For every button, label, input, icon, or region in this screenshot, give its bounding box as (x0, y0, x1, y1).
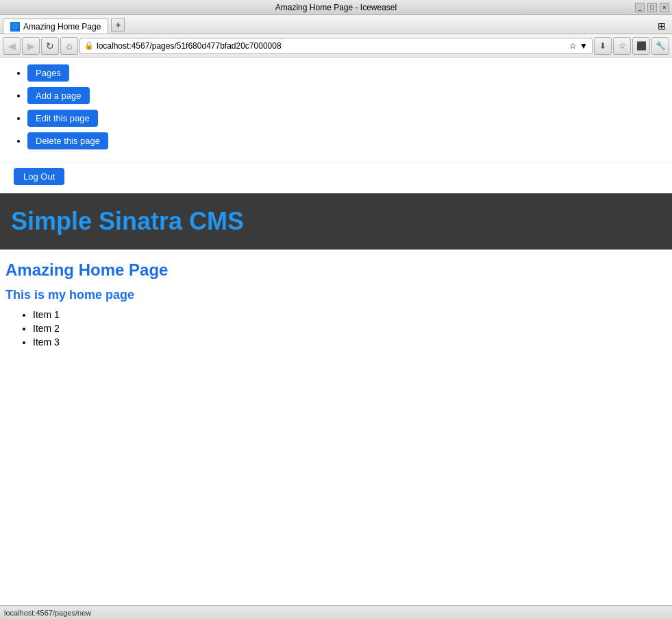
window-title: Amazing Home Page - Iceweasel (275, 3, 397, 12)
download-icon[interactable]: ⬇ (594, 37, 612, 55)
nav-item-pages: Pages (27, 64, 665, 82)
add-page-button[interactable]: Add a page (27, 87, 90, 104)
list-item: Item 3 (33, 337, 667, 348)
content-list: Item 1 Item 2 Item 3 (5, 309, 667, 348)
list-item: Item 1 (33, 309, 667, 320)
close-button[interactable]: × (660, 3, 669, 12)
reload-button[interactable]: ↻ (41, 37, 59, 55)
bookmark-icon: ☆ (569, 41, 577, 51)
nav-item-delete: Delete this page (27, 132, 665, 149)
logout-button[interactable]: Log Out (14, 168, 64, 185)
tools-icon[interactable]: 🔧 (651, 37, 669, 55)
delete-page-button[interactable]: Delete this page (27, 132, 108, 149)
cms-title: Simple Sinatra CMS (11, 207, 661, 236)
nav-item-add: Add a page (27, 87, 665, 104)
nav-right-buttons: ⬇ ☆ ⬛ 🔧 (594, 37, 669, 55)
nav-list: Pages Add a page Edit this page Delete t… (14, 64, 665, 149)
cms-header: Simple Sinatra CMS (0, 193, 672, 250)
nav-menu: Pages Add a page Edit this page Delete t… (0, 58, 672, 162)
url-text: localhost:4567/pages/51f680d477bfad20c70… (97, 41, 567, 51)
pages-button[interactable]: Pages (27, 64, 69, 82)
browser-content: Pages Add a page Edit this page Delete t… (0, 58, 672, 592)
home-button[interactable]: ⌂ (60, 37, 78, 55)
maximize-button[interactable]: □ (647, 3, 657, 12)
tab-label: Amazing Home Page (23, 22, 101, 32)
minimize-button[interactable]: _ (635, 3, 645, 12)
page-subtitle: This is my home page (5, 288, 667, 302)
bookmark-manager-icon[interactable]: ☆ (613, 37, 631, 55)
back-button[interactable]: ◀ (3, 37, 21, 55)
logout-area: Log Out (0, 162, 672, 193)
lock-icon: 🔒 (84, 41, 94, 50)
active-tab[interactable]: 🌐 Amazing Home Page (3, 19, 108, 34)
title-bar: Amazing Home Page - Iceweasel _ □ × (0, 0, 672, 15)
address-bar[interactable]: 🔒 localhost:4567/pages/51f680d477bfad20c… (79, 38, 593, 54)
edit-page-button[interactable]: Edit this page (27, 110, 98, 127)
window-controls: _ □ × (635, 3, 669, 12)
new-tab-button[interactable]: + (111, 18, 125, 32)
screenshot-icon[interactable]: ⬛ (632, 37, 650, 55)
forward-button[interactable]: ▶ (22, 37, 40, 55)
apps-icon[interactable]: ⊞ (654, 19, 669, 34)
page-title: Amazing Home Page (5, 260, 667, 280)
dropdown-icon[interactable]: ▼ (580, 41, 588, 51)
tab-bar-right: ⊞ (654, 19, 672, 34)
tab-favicon: 🌐 (10, 22, 20, 32)
nav-item-edit: Edit this page (27, 110, 665, 127)
nav-bar: ◀ ▶ ↻ ⌂ 🔒 localhost:4567/pages/51f680d47… (0, 34, 672, 58)
page-content: Amazing Home Page This is my home page I… (0, 250, 672, 361)
list-item: Item 2 (33, 323, 667, 334)
tab-bar: 🌐 Amazing Home Page + ⊞ (0, 15, 672, 34)
